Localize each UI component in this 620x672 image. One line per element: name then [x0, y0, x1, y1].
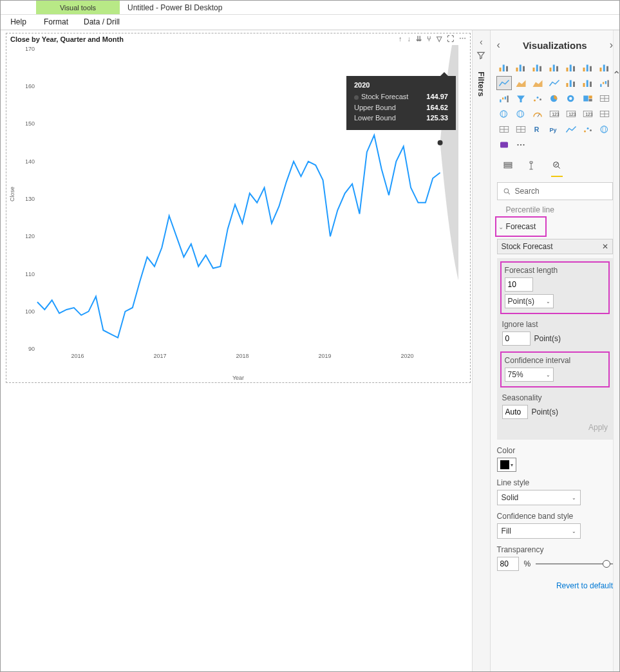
expand-filters-icon[interactable]: ‹ [480, 37, 483, 47]
seasonality-units: Point(s) [532, 407, 558, 416]
band-style-label: Confidence band style [497, 512, 613, 521]
search-input[interactable]: Search [497, 182, 613, 200]
gallery-matrix2-icon[interactable] [514, 123, 528, 136]
contextual-tab-visual-tools[interactable]: Visual tools [36, 1, 120, 14]
gallery-ribbon-icon[interactable] [597, 61, 612, 74]
gallery-area-icon[interactable] [514, 77, 528, 89]
svg-rect-21 [532, 68, 534, 71]
expand-icon[interactable]: ⑂ [427, 35, 431, 43]
gallery-py-visual-icon[interactable]: Py [547, 123, 561, 136]
gallery-filled-map-icon[interactable] [514, 107, 528, 120]
gallery-waterfall-icon[interactable] [597, 77, 612, 89]
svg-rect-34 [603, 65, 605, 72]
gallery-line-clustered-column-icon[interactable] [564, 77, 578, 89]
drill-down-icon[interactable]: ↓ [408, 35, 411, 43]
gallery-table-icon[interactable] [497, 123, 511, 136]
gallery-treemap-icon[interactable] [581, 92, 595, 105]
gallery-gauge-icon[interactable] [531, 107, 545, 120]
ribbon-tab-format[interactable]: Format [36, 15, 76, 30]
svg-rect-93 [504, 162, 512, 163]
collapse-vis-pane-icon[interactable]: ‹ [497, 39, 500, 51]
chevron-up-icon[interactable]: ⌃ [612, 69, 620, 81]
line-chart-visual[interactable]: Close by Year, Quarter and Month ↑ ↓ ⇊ ⑂… [6, 33, 471, 383]
transparency-suffix: % [524, 559, 531, 568]
tooltip-row-value: 125.33 [426, 113, 448, 124]
fields-pane-collapsed[interactable]: ⌃ [613, 30, 619, 671]
fields-tab[interactable] [502, 160, 514, 177]
gallery-stacked-column-100-icon[interactable] [581, 61, 595, 74]
gallery-stacked-bar-icon[interactable] [497, 61, 511, 74]
revert-to-default-link[interactable]: Revert to default [497, 581, 613, 590]
gallery-scatter-icon[interactable] [531, 92, 545, 105]
gallery-clustered-column-icon[interactable] [547, 61, 561, 74]
gallery-slicer-icon[interactable] [597, 107, 612, 120]
remove-forecast-icon[interactable]: ✕ [602, 242, 608, 251]
svg-rect-22 [536, 65, 538, 72]
gallery-matrix-icon[interactable] [597, 92, 612, 105]
gallery-waterfall2-icon[interactable] [497, 92, 511, 105]
filters-pane-collapsed[interactable]: ‹ Filters [472, 30, 490, 671]
gallery-funnel-icon[interactable] [514, 92, 528, 105]
more-options-icon[interactable]: ⋯ [459, 35, 466, 43]
color-picker[interactable]: ▾ [497, 458, 516, 472]
forecast-section-header[interactable]: ⌄ Forecast [497, 218, 545, 235]
svg-rect-24 [549, 68, 551, 71]
svg-text:160: 160 [26, 83, 35, 89]
gallery-pie-icon[interactable] [547, 92, 561, 105]
gallery-more-visuals-icon[interactable] [514, 138, 528, 151]
gallery-key-influencers-icon[interactable] [564, 123, 578, 136]
band-style-select[interactable]: Fill⌄ [497, 523, 581, 539]
gallery-clustered-bar-icon[interactable] [514, 61, 528, 74]
gallery-r-visual-icon[interactable]: R [531, 123, 545, 136]
gallery-donut-icon[interactable] [564, 92, 578, 105]
forecast-length-input[interactable] [505, 277, 533, 292]
focus-mode-icon[interactable]: ⛶ [447, 35, 454, 43]
svg-point-91 [520, 144, 521, 145]
ribbon-tab-data-drill[interactable]: Data / Drill [76, 15, 127, 30]
prev-section-percentile[interactable]: Percentile line [497, 204, 613, 218]
ignore-last-input[interactable] [502, 331, 531, 346]
gallery-multi-card-icon[interactable]: 123 [564, 107, 578, 120]
line-style-label: Line style [497, 478, 613, 487]
confidence-interval-label: Confidence interval [505, 356, 605, 365]
svg-point-52 [540, 98, 541, 100]
apply-button[interactable]: Apply [502, 419, 608, 432]
transparency-slider[interactable] [536, 563, 613, 565]
tooltip-row-label: Upper Bound [354, 102, 396, 113]
filter-icon[interactable]: ▽ [437, 35, 442, 43]
svg-rect-25 [552, 65, 554, 72]
gallery-card-icon[interactable]: 123 [547, 107, 561, 120]
gallery-line-stacked-column-icon[interactable] [581, 77, 595, 89]
sub-ribbon: Help Format Data / Drill [1, 15, 619, 30]
svg-rect-31 [586, 65, 588, 72]
drill-all-icon[interactable]: ⇊ [416, 35, 422, 43]
gallery-line-stacked-icon[interactable] [547, 77, 561, 89]
confidence-interval-select[interactable]: 75%⌄ [505, 368, 554, 382]
report-canvas[interactable]: Close by Year, Quarter and Month ↑ ↓ ⇊ ⑂… [1, 30, 472, 671]
ribbon-tab-help[interactable]: Help [1, 15, 36, 30]
svg-rect-95 [504, 167, 512, 168]
gallery-decomposition-icon[interactable] [581, 123, 595, 136]
svg-rect-20 [523, 66, 525, 71]
gallery-stacked-bar-100-icon[interactable] [564, 61, 578, 74]
svg-text:90: 90 [28, 346, 35, 352]
drill-up-icon[interactable]: ↑ [399, 35, 402, 43]
forecast-length-units-select[interactable]: Point(s)⌄ [505, 294, 554, 308]
gallery-stacked-area-icon[interactable] [531, 77, 545, 89]
seasonality-input[interactable] [502, 405, 528, 419]
transparency-input[interactable] [497, 557, 519, 571]
line-style-select[interactable]: Solid⌄ [497, 490, 581, 505]
gallery-map-icon[interactable] [497, 107, 511, 120]
gallery-arcgis-icon[interactable] [597, 123, 612, 136]
ignore-last-label: Ignore last [502, 320, 608, 329]
svg-rect-42 [600, 84, 601, 88]
format-tab[interactable] [527, 160, 538, 177]
gallery-kpi-icon[interactable]: 123 [581, 107, 595, 120]
chart-title: Close by Year, Quarter and Month [10, 35, 124, 43]
gallery-line-icon[interactable] [497, 77, 511, 89]
analytics-tab[interactable] [551, 160, 563, 177]
format-tabs [491, 156, 619, 178]
forecast-instance-chip[interactable]: Stock Forecast ✕ [497, 239, 613, 254]
gallery-powerapps-icon[interactable] [497, 138, 511, 151]
gallery-stacked-column-icon[interactable] [531, 61, 545, 74]
